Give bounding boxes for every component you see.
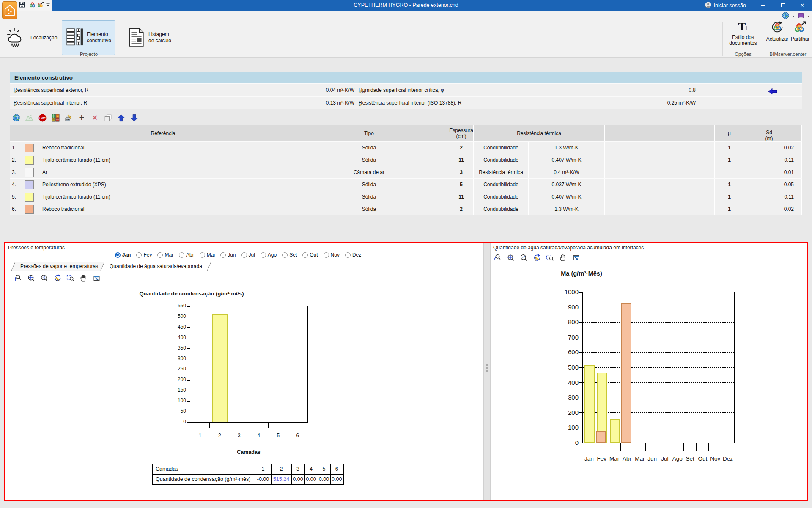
table-cell[interactable]: 0.00 [304,474,318,484]
rsi-value[interactable]: 0.13 m²·K/W [247,97,354,109]
ribbon-separator [764,22,764,56]
x-tick-label: Dez [721,456,734,462]
terrain-library-icon[interactable] [24,113,34,123]
month-radio-out[interactable]: Out [302,252,318,258]
month-radio-nov[interactable]: Nov [324,252,340,258]
save-icon[interactable] [19,1,25,9]
zoom-x2-icon[interactable]: ×2 [39,273,49,282]
add-layer-icon[interactable]: + [77,113,87,123]
rsi-iso-value[interactable]: 0.25 m²·K/W [539,97,696,109]
help-dropdown-icon[interactable]: ▾ [808,14,809,18]
radio-icon [345,252,351,258]
app-logo-icon[interactable] [2,1,17,19]
table-cell[interactable]: 0.00 [330,474,343,484]
month-radio-jan[interactable]: Jan [115,252,131,258]
materials-library-icon[interactable] [50,113,60,123]
phi-cr-value[interactable]: 0.8 [539,84,696,97]
layer-row[interactable]: 2.Tijolo cerâmico furado (11 cm)Sólida11… [10,154,802,166]
qat-dropdown-icon[interactable] [46,2,50,8]
layer-type: Sólida [289,191,449,203]
table-cell[interactable]: 6 [330,464,343,474]
actualizar-button[interactable]: Actualizar [765,20,789,42]
import-web-icon[interactable] [11,113,21,123]
listagem-calculo-button[interactable]: Listagemde cálculo [124,20,175,55]
delete-layer-icon[interactable]: ✕ [90,113,100,123]
pan-icon[interactable] [79,273,88,282]
layer-row[interactable]: 3.ArCâmara de ar3Resistência térmica0.4 … [10,166,802,178]
localizacao-button[interactable]: Localização [3,20,60,55]
layer-row[interactable]: 6.Reboco tradicionalSólida2Condutibilida… [10,203,802,215]
maximize-button[interactable] [773,0,793,11]
pan-icon[interactable] [558,253,568,262]
close-button[interactable]: ✕ [793,0,812,11]
table-cell[interactable]: 1 [255,464,271,474]
zoom-extents-icon[interactable] [506,253,515,262]
web-globe-icon[interactable] [782,12,789,20]
minimize-button[interactable] [754,0,773,11]
table-cell[interactable]: 515.24 [271,474,291,484]
sign-in-button[interactable]: Iniciar sessão [697,2,754,9]
month-radio-mar[interactable]: Mar [157,252,173,258]
month-radio-dez[interactable]: Dez [345,252,361,258]
move-down-icon[interactable] [129,113,139,123]
tab-pressoes-vapor[interactable]: Pressões de vapor e temperaturas [11,262,107,271]
bimserver-sync-icon[interactable] [29,2,36,9]
zoom-window-icon[interactable] [66,273,75,282]
help-book-icon[interactable] [798,12,804,20]
radio-icon [282,252,288,258]
layer-row[interactable]: 1.Reboco tradicionalSólida2Condutibilida… [10,141,802,154]
month-radio-ago[interactable]: Ago [261,252,277,258]
zoom-previous-icon[interactable] [493,253,502,262]
layer-row[interactable]: 4.Poliestireno extrudido (XPS)Sólida5Con… [10,178,802,190]
move-up-icon[interactable] [116,113,126,123]
edit-materials-icon[interactable] [63,113,74,123]
gridline [583,367,734,368]
export-image-icon[interactable] [92,273,101,282]
zoom-window-icon[interactable] [545,253,554,262]
zoom-previous-icon[interactable] [13,273,22,282]
month-radio-jul[interactable]: Jul [241,252,255,258]
user-avatar-icon [705,2,711,9]
table-cell[interactable]: 5 [318,464,330,474]
partilhar-button[interactable]: Partilhar [789,20,811,42]
layer-reference: Tijolo cerâmico furado (11 cm) [37,154,289,166]
elemento-construtivo-button[interactable]: Elementoconstrutivo [62,20,115,55]
rse-value[interactable]: 0.04 m²·K/W [247,84,354,97]
bar-Jan [584,365,595,443]
month-label: Fev [143,252,152,258]
copy-layer-icon[interactable] [103,113,113,123]
x-tick [595,443,595,451]
table-cell[interactable]: 0.00 [318,474,330,484]
layer-row[interactable]: 5.Tijolo cerâmico furado (11 cm)Sólida11… [10,190,802,203]
y-tick [579,398,583,398]
zoom-x2-icon[interactable]: ×2 [519,253,528,262]
result-tabs: Pressões de vapor e temperaturas Quantid… [13,262,206,271]
table-cell[interactable]: 3 [291,464,304,474]
month-radio-jun[interactable]: Jun [220,252,236,258]
month-radio-set[interactable]: Set [282,252,297,258]
layer-reference: Ar [37,166,289,178]
estilo-documentos-button[interactable]: Tt Estilo dosdocumentos [724,20,762,46]
y-tick-label: 200 [162,376,186,382]
redraw-icon[interactable] [532,253,541,262]
panel-splitter[interactable] [483,243,491,500]
month-radio-abr[interactable]: Abr [179,252,194,258]
col-espessura: Espessura(cm) [449,125,474,141]
layer-type: Câmara de ar [289,166,449,178]
month-radio-group: JanFevMarAbrMaiJunJulAgoSetOutNovDez [5,252,471,258]
lnec-library-icon[interactable]: LNEC [37,113,47,123]
redraw-icon[interactable] [52,273,62,282]
month-radio-mai[interactable]: Mai [200,252,215,258]
bimserver-export-icon[interactable] [37,1,44,9]
table-cell[interactable]: 0.00 [291,474,304,484]
tab-quantidade-agua[interactable]: Quantidade de água saturada/evaporada [100,262,211,271]
globe-dropdown-icon[interactable]: ▾ [793,14,794,18]
month-radio-fev[interactable]: Fev [136,252,152,258]
table-cell[interactable]: -0.00 [255,474,271,484]
x-tick [268,422,269,428]
table-cell[interactable]: 2 [271,464,291,474]
export-image-icon[interactable] [571,253,581,262]
table-cell[interactable]: 4 [304,464,318,474]
x-tick [671,443,671,451]
zoom-extents-icon[interactable] [26,273,36,282]
